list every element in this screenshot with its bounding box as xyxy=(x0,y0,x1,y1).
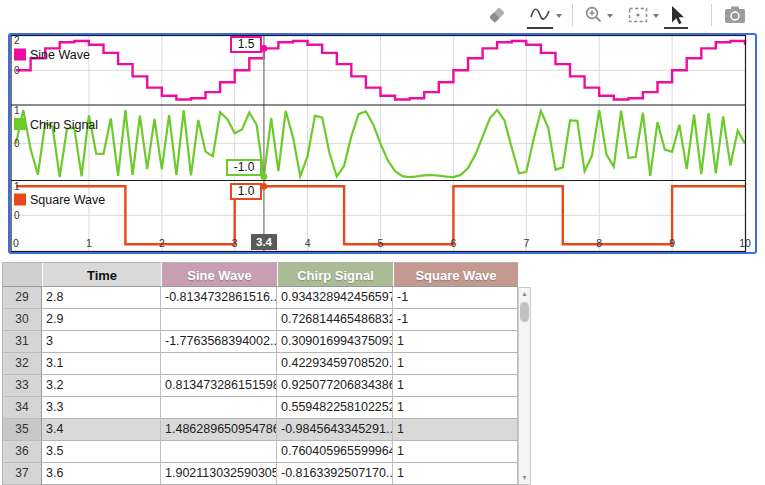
column-header-rownum[interactable] xyxy=(2,262,42,287)
cell[interactable] xyxy=(161,441,277,463)
signal-trace-button[interactable] xyxy=(528,3,552,27)
cell[interactable]: 3.4 xyxy=(42,419,161,441)
cursor-tool-button[interactable] xyxy=(666,3,686,27)
cell[interactable]: 1.9021130325903053 xyxy=(161,463,277,485)
cell[interactable]: 1 xyxy=(393,419,518,441)
cell[interactable] xyxy=(161,309,277,331)
snapshot-button[interactable] xyxy=(723,3,747,27)
scroll-down-icon[interactable]: ▼ xyxy=(519,472,530,484)
svg-text:1: 1 xyxy=(14,181,20,192)
table-row[interactable]: 313-1.7763568394002...0.3090169943750931… xyxy=(2,331,518,353)
table-row[interactable]: 333.20.81347328615159820.925077206834386… xyxy=(2,375,518,397)
chevron-down-icon xyxy=(652,5,660,25)
fit-to-view-button[interactable] xyxy=(626,3,650,27)
column-header-chirp-signal[interactable]: Chirp Signal xyxy=(277,262,393,287)
svg-text:2: 2 xyxy=(159,237,165,249)
svg-text:0: 0 xyxy=(14,138,20,149)
table-header-row: TimeSine WaveChirp SignalSquare Wave xyxy=(2,262,518,287)
cell[interactable]: -1 xyxy=(393,309,518,331)
column-header-sine-wave[interactable]: Sine Wave xyxy=(161,262,277,287)
cell[interactable]: -1 xyxy=(393,287,518,309)
svg-text:10: 10 xyxy=(739,237,751,249)
cell[interactable]: 0.7604059655999648 xyxy=(277,441,393,463)
cursor-value-square[interactable]: 1.0 xyxy=(230,183,262,200)
plots-panel[interactable]: 012345678910201010Sine WaveChirp SignalS… xyxy=(8,33,757,254)
cell[interactable] xyxy=(161,397,277,419)
cell[interactable]: 1 xyxy=(393,397,518,419)
table-row[interactable]: 363.50.76040596559996481 xyxy=(2,441,518,463)
toolbar-separator xyxy=(572,4,573,26)
signal-trace-dropdown[interactable] xyxy=(554,3,564,27)
row-number: 31 xyxy=(2,331,42,353)
cell[interactable]: 0.7268144654868329 xyxy=(277,309,393,331)
table-scrollbar[interactable]: ▲ ▼ xyxy=(518,287,531,485)
cell[interactable]: 0.3090169943750931 xyxy=(277,331,393,353)
row-number: 30 xyxy=(2,309,42,331)
plot-canvas[interactable]: 012345678910201010Sine WaveChirp SignalS… xyxy=(10,35,755,252)
cell[interactable]: 0.9343289424565971 xyxy=(277,287,393,309)
cell[interactable]: 1 xyxy=(393,375,518,397)
table-row[interactable]: 373.61.9021130325903053-0.8163392507170.… xyxy=(2,463,518,485)
scroll-up-icon[interactable]: ▲ xyxy=(519,288,530,300)
arrow-cursor-icon xyxy=(667,4,685,26)
svg-text:7: 7 xyxy=(523,237,529,249)
cell[interactable]: -0.8163392507170... xyxy=(277,463,393,485)
row-number: 34 xyxy=(2,397,42,419)
row-number: 37 xyxy=(2,463,42,485)
data-table: TimeSine WaveChirp SignalSquare Wave 292… xyxy=(2,262,531,485)
cell[interactable]: 3.1 xyxy=(42,353,161,375)
table-body: 292.8-0.8134732861516...0.93432894245659… xyxy=(2,287,518,485)
cell[interactable]: -0.8134732861516... xyxy=(161,287,277,309)
svg-text:6: 6 xyxy=(450,237,456,249)
fit-to-view-dropdown[interactable] xyxy=(651,3,661,27)
cell[interactable] xyxy=(161,353,277,375)
cell[interactable]: -1.7763568394002... xyxy=(161,331,277,353)
cell[interactable]: 0.5594822581022526 xyxy=(277,397,393,419)
row-number: 36 xyxy=(2,441,42,463)
cell[interactable]: 1 xyxy=(393,331,518,353)
row-number: 32 xyxy=(2,353,42,375)
cell[interactable]: 1.486289650954786 xyxy=(161,419,277,441)
cell[interactable]: 3.3 xyxy=(42,397,161,419)
cell[interactable]: 2.8 xyxy=(42,287,161,309)
cell[interactable]: 0.8134732861515982 xyxy=(161,375,277,397)
chevron-down-icon xyxy=(555,5,563,25)
cell[interactable]: 1 xyxy=(393,463,518,485)
table-row[interactable]: 353.41.486289650954786-0.9845643345291..… xyxy=(2,419,518,441)
zoom-dropdown[interactable] xyxy=(605,3,615,27)
svg-text:Square Wave: Square Wave xyxy=(30,193,105,207)
cell[interactable]: -0.9845643345291... xyxy=(277,419,393,441)
svg-text:0: 0 xyxy=(14,65,20,76)
column-header-time[interactable]: Time xyxy=(42,262,161,287)
cell[interactable]: 3 xyxy=(42,331,161,353)
cursor-time-label[interactable]: 3.4 xyxy=(251,234,277,250)
signal-trace-icon xyxy=(529,4,551,26)
cursor-tool-active-underline xyxy=(664,27,688,29)
eraser-button[interactable] xyxy=(486,3,508,27)
table-row[interactable]: 343.30.55948225810225261 xyxy=(2,397,518,419)
svg-text:2: 2 xyxy=(14,35,20,46)
svg-text:Chirp Signal: Chirp Signal xyxy=(30,118,98,132)
svg-text:1: 1 xyxy=(86,237,92,249)
table-row[interactable]: 292.8-0.8134732861516...0.93432894245659… xyxy=(2,287,518,309)
cell[interactable]: 3.6 xyxy=(42,463,161,485)
cursor-value-sine[interactable]: 1.5 xyxy=(230,36,262,53)
row-number: 29 xyxy=(2,287,42,309)
cell[interactable]: 0.42293459708520... xyxy=(277,353,393,375)
column-header-square-wave[interactable]: Square Wave xyxy=(393,262,518,287)
zoom-button[interactable] xyxy=(583,3,605,27)
cell[interactable]: 2.9 xyxy=(42,309,161,331)
table-row[interactable]: 302.90.7268144654868329-1 xyxy=(2,309,518,331)
scrollbar-thumb[interactable] xyxy=(520,302,529,322)
row-number: 33 xyxy=(2,375,42,397)
cell[interactable]: 0.9250772068343864 xyxy=(277,375,393,397)
svg-text:1: 1 xyxy=(14,105,20,116)
cell[interactable]: 3.5 xyxy=(42,441,161,463)
row-number: 35 xyxy=(2,419,42,441)
cell[interactable]: 1 xyxy=(393,353,518,375)
svg-text:0: 0 xyxy=(14,210,20,221)
cursor-value-chirp[interactable]: -1.0 xyxy=(226,159,262,176)
cell[interactable]: 1 xyxy=(393,441,518,463)
table-row[interactable]: 323.10.42293459708520...1 xyxy=(2,353,518,375)
cell[interactable]: 3.2 xyxy=(42,375,161,397)
